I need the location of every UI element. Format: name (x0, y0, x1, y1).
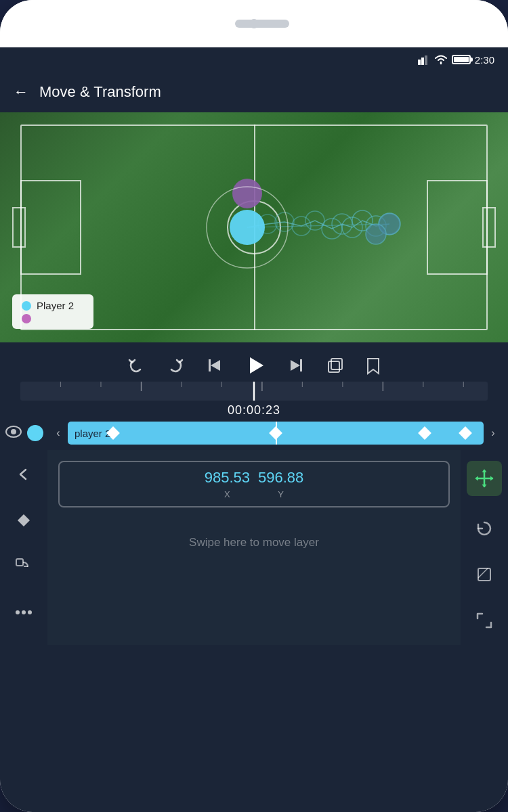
svg-marker-24 (250, 357, 263, 374)
legend-box: Player 2 (12, 294, 93, 329)
skip-end-button[interactable] (287, 356, 305, 375)
controls-area: 00:00:23 ‹ player 2 (0, 342, 508, 445)
svg-point-47 (22, 610, 26, 614)
signal-icon (418, 54, 430, 65)
soccer-field: Player 2 (0, 112, 508, 342)
camera-dot (249, 19, 259, 28)
copy-button[interactable] (326, 356, 345, 375)
svg-point-17 (232, 179, 262, 208)
status-icons: 2:30 (418, 54, 494, 66)
keyframe-diamond-4[interactable] (459, 426, 472, 440)
svg-point-21 (366, 224, 386, 244)
svg-rect-22 (209, 359, 211, 371)
video-area[interactable]: Player 2 (0, 112, 508, 342)
rotate-tool-button[interactable] (471, 515, 498, 542)
svg-rect-28 (331, 359, 342, 369)
phone-content: 2:30 ← Move & Transform (0, 47, 508, 812)
track-next-button[interactable]: › (484, 422, 503, 445)
player2-label: Player 2 (37, 300, 74, 311)
status-bar: 2:30 (0, 47, 508, 72)
player1-dot (22, 314, 31, 323)
crop-tool-button[interactable] (471, 607, 498, 634)
wifi-icon (434, 54, 448, 65)
track-cursor (276, 422, 277, 445)
svg-rect-25 (300, 359, 302, 371)
page-title: Move & Transform (39, 83, 161, 101)
legend-item-player2: Player 2 (22, 300, 84, 311)
more-button[interactable] (10, 599, 37, 626)
battery-icon (452, 55, 471, 64)
timeline-ruler[interactable] (20, 382, 488, 401)
coords-row: 985.53 X 596.88 Y (58, 461, 450, 508)
back-tool-button[interactable] (10, 461, 37, 488)
x-label: X (224, 489, 230, 499)
svg-marker-43 (18, 514, 30, 526)
skip-start-button[interactable] (205, 356, 224, 375)
back-button[interactable]: ← (14, 83, 28, 101)
right-tools (461, 450, 508, 645)
svg-line-52 (478, 568, 488, 578)
y-value: 596.88 (258, 469, 303, 487)
bookmark-button[interactable] (365, 356, 381, 375)
curve-tool-button[interactable] (10, 553, 37, 580)
svg-point-42 (11, 429, 16, 434)
player2-dot (22, 301, 31, 311)
track-prev-button[interactable]: ‹ (49, 422, 68, 445)
timecode: 00:00:23 (0, 401, 508, 422)
svg-point-48 (28, 610, 32, 614)
x-value: 985.53 (205, 469, 250, 487)
left-tools (0, 450, 47, 645)
play-button[interactable] (245, 355, 266, 376)
edit-area: 985.53 X 596.88 Y Swipe here to move lay… (0, 450, 508, 645)
y-coord-field[interactable]: 596.88 Y (258, 469, 303, 499)
redo-button[interactable] (166, 356, 185, 375)
svg-point-18 (230, 210, 265, 245)
keyframe-diamond-3[interactable] (418, 426, 431, 440)
playback-controls (0, 349, 508, 382)
svg-rect-27 (329, 361, 339, 372)
svg-point-46 (16, 610, 20, 614)
legend-item-player1 (22, 314, 84, 323)
track-label: player 2 (75, 428, 110, 439)
phone-top-bar (0, 0, 508, 47)
move-tool-button[interactable] (467, 461, 502, 496)
track-row: ‹ player 2 › (0, 422, 508, 445)
svg-marker-2 (425, 55, 427, 65)
svg-marker-26 (291, 360, 300, 371)
center-edit: 985.53 X 596.88 Y Swipe here to move lay… (47, 450, 461, 645)
track-bar[interactable]: player 2 (68, 422, 484, 445)
svg-marker-23 (211, 360, 220, 371)
track-visibility (5, 424, 43, 442)
diamond-tool-button[interactable] (10, 507, 37, 534)
phone-frame: 2:30 ← Move & Transform (0, 0, 508, 812)
x-coord-field[interactable]: 985.53 X (205, 469, 250, 499)
swipe-hint[interactable]: Swipe here to move layer (189, 536, 319, 549)
scale-tool-button[interactable] (471, 561, 498, 588)
svg-marker-1 (421, 58, 424, 65)
status-time: 2:30 (475, 54, 494, 66)
speaker-grille (235, 20, 289, 28)
svg-rect-51 (478, 568, 490, 581)
app-header: ← Move & Transform (0, 72, 508, 112)
svg-rect-44 (16, 559, 23, 566)
battery-fill (454, 57, 469, 62)
y-label: Y (278, 489, 284, 499)
undo-button[interactable] (127, 356, 146, 375)
track-color-indicator (27, 425, 43, 441)
svg-marker-0 (418, 60, 421, 65)
visibility-toggle[interactable] (5, 424, 22, 442)
